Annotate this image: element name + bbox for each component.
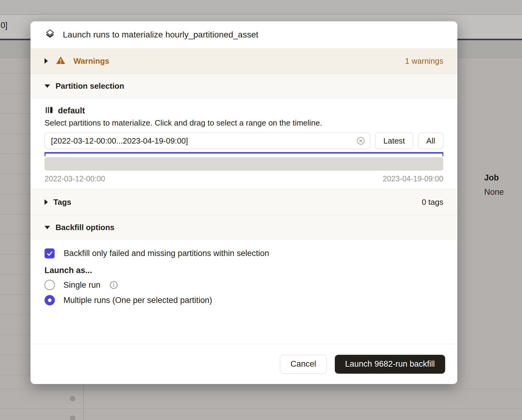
partition-status-bar[interactable]	[45, 157, 443, 171]
multiple-runs-label: Multiple runs (One per selected partitio…	[63, 296, 212, 305]
tags-title: Tags	[53, 198, 71, 207]
chevron-down-icon	[45, 84, 50, 88]
dialog-header: Launch runs to materialize hourly_partit…	[30, 21, 457, 48]
range-end-label: 2023-04-19-09:00	[383, 174, 443, 183]
partition-timeline[interactable]: 2022-03-12-00:00 2023-04-19-09:00	[45, 152, 443, 183]
partition-selection-body: default Select partitions to materialize…	[30, 98, 457, 189]
chevron-right-icon	[45, 58, 48, 64]
multiple-runs-radio[interactable]	[45, 295, 55, 305]
asset-layers-icon	[45, 29, 55, 41]
selected-range-indicator	[45, 152, 443, 154]
warnings-label: Warnings	[73, 56, 109, 66]
range-start-label: 2022-03-12-00:00	[45, 174, 105, 183]
dialog-footer: Cancel Launch 9682-run backfill	[30, 344, 457, 384]
warning-triangle-icon	[56, 55, 66, 66]
tags-section-toggle[interactable]: Tags 0 tags	[30, 189, 457, 215]
launch-as-label: Launch as...	[45, 266, 443, 275]
partition-selection-title: Partition selection	[55, 81, 124, 91]
partition-selection-toggle[interactable]: Partition selection	[30, 74, 457, 98]
launch-backfill-dialog: Launch runs to materialize hourly_partit…	[30, 21, 457, 384]
launch-backfill-button[interactable]: Launch 9682-run backfill	[335, 355, 445, 374]
backfill-options-toggle[interactable]: Backfill options	[30, 215, 457, 240]
single-run-label: Single run	[63, 280, 101, 290]
warnings-count-badge: 1 warnings	[405, 56, 443, 66]
partition-dimension-icon	[45, 105, 54, 116]
backfill-options-title: Backfill options	[55, 223, 115, 232]
tags-count-badge: 0 tags	[422, 198, 443, 207]
clear-selection-icon[interactable]	[356, 136, 365, 145]
chevron-right-icon	[45, 199, 48, 205]
backfill-failed-missing-checkbox[interactable]	[45, 248, 55, 258]
all-button[interactable]: All	[418, 133, 443, 149]
cancel-button[interactable]: Cancel	[280, 355, 327, 374]
partition-selection-description: Select partitions to materialize. Click …	[45, 118, 443, 128]
latest-button[interactable]: Latest	[375, 133, 413, 149]
partition-range-input[interactable]	[45, 133, 370, 149]
partition-dimension-name: default	[58, 106, 85, 116]
backfill-options-body: Backfill only failed and missing partiti…	[30, 240, 457, 344]
chevron-down-icon	[45, 226, 50, 229]
single-run-radio[interactable]	[45, 280, 55, 290]
warnings-section-toggle[interactable]: Warnings 1 warnings	[30, 48, 457, 74]
backfill-checkbox-label: Backfill only failed and missing partiti…	[64, 249, 269, 258]
info-icon[interactable]	[109, 280, 118, 290]
dialog-title: Launch runs to materialize hourly_partit…	[63, 30, 258, 40]
